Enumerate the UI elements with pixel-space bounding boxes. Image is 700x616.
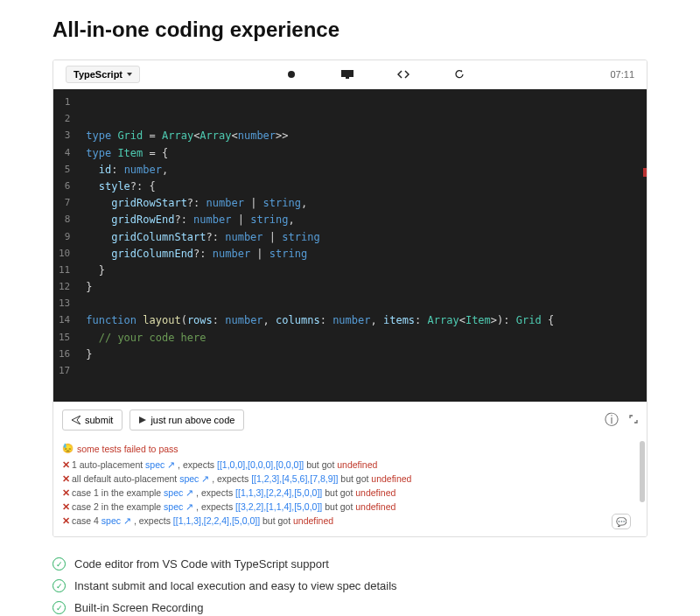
test-row: ✕case 1 in the example spec ↗ , expects … — [62, 486, 638, 500]
code-icon[interactable] — [397, 68, 410, 80]
spec-link[interactable]: spec — [145, 459, 167, 470]
page-title: All-in-one coding experience — [52, 18, 648, 42]
feature-text: Built-in Screen Recording — [74, 601, 203, 614]
actions-right: ⓘ — [605, 411, 638, 430]
spec-link[interactable]: spec — [179, 473, 201, 484]
sad-icon: 😓 — [62, 443, 74, 454]
line-gutter: 1234567891011121314151617 — [53, 89, 79, 402]
test-row: ✕case 2 in the example spec ↗ , expects … — [62, 500, 638, 514]
feature-list: ✓Code editor from VS Code with TypeScrip… — [52, 553, 648, 616]
external-link-icon[interactable]: ↗ — [186, 501, 193, 512]
got-label: but got — [322, 501, 355, 512]
info-icon[interactable]: ⓘ — [605, 411, 619, 430]
fail-x-icon: ✕ — [62, 515, 70, 526]
got-label: but got — [338, 473, 371, 484]
test-row: ✕1 auto-placement spec ↗ , expects [[1,0… — [62, 458, 638, 472]
got-label: but got — [304, 459, 337, 470]
expects-label: , expects — [209, 473, 251, 484]
got-value: undefined — [371, 473, 411, 484]
test-desc: 1 auto-placement — [72, 459, 143, 470]
got-label: but got — [322, 487, 355, 498]
test-desc: all default auto-placement — [72, 473, 177, 484]
run-button[interactable]: just run above code — [130, 410, 244, 430]
expected-value: [[1,1,3],[2,2,4],[5,0,0]] — [235, 487, 322, 498]
feature-text: Instant submit and local execution and e… — [74, 579, 397, 592]
test-row: ✕case 4 spec ↗ , expects [[1,1,3],[2,2,4… — [62, 514, 638, 528]
error-marker — [643, 168, 647, 177]
test-desc: case 4 — [72, 515, 99, 526]
feature-row: ✓Code editor from VS Code with TypeScrip… — [52, 553, 648, 575]
test-results: 😓 some tests failed to pass ✕1 auto-plac… — [53, 438, 647, 536]
editor-toolbar: TypeScript 07:11 — [53, 60, 647, 89]
language-dropdown[interactable]: TypeScript — [66, 66, 140, 83]
language-label: TypeScript — [74, 69, 122, 80]
fail-x-icon: ✕ — [62, 473, 70, 484]
feature-text: Code editor from VS Code with TypeScript… — [74, 557, 329, 570]
send-icon — [72, 416, 80, 424]
expected-value: [[3,2,2],[1,1,4],[5,0,0]] — [235, 501, 322, 512]
expected-value: [[1,0,0],[0,0,0],[0,0,0]] — [217, 459, 304, 470]
check-circle-icon: ✓ — [52, 601, 66, 614]
got-value: undefined — [293, 515, 333, 526]
expects-label: , expects — [193, 487, 235, 498]
submit-button[interactable]: submit — [62, 410, 122, 430]
expected-value: [[1,1,3],[2,2,4],[5,0,0]] — [173, 515, 260, 526]
expects-label: , expects — [193, 501, 235, 512]
fail-x-icon: ✕ — [62, 487, 70, 498]
code-editor[interactable]: 1234567891011121314151617 type Grid = Ar… — [53, 89, 647, 402]
refresh-icon[interactable] — [453, 68, 466, 80]
expected-value: [[1,2,3],[4,5,6],[7,8,9]] — [251, 473, 338, 484]
toolbar-icons — [285, 68, 466, 80]
actions-bar: submit just run above code ⓘ — [53, 402, 647, 438]
svg-point-0 — [288, 71, 295, 78]
got-value: undefined — [355, 501, 396, 512]
external-link-icon[interactable]: ↗ — [123, 515, 131, 526]
results-header-text: some tests failed to pass — [77, 444, 178, 454]
check-circle-icon: ✓ — [52, 557, 66, 570]
test-desc: case 2 in the example — [72, 501, 161, 512]
got-label: but got — [260, 515, 293, 526]
fail-x-icon: ✕ — [62, 459, 70, 470]
test-desc: case 1 in the example — [72, 487, 161, 498]
test-row: ✕all default auto-placement spec ↗ , exp… — [62, 472, 638, 486]
expects-label: , expects — [175, 459, 217, 470]
timer: 07:11 — [610, 69, 634, 80]
check-circle-icon: ✓ — [52, 579, 66, 592]
got-value: undefined — [355, 487, 396, 498]
record-icon[interactable] — [285, 68, 298, 80]
editor-frame: TypeScript 07:11 123456789 — [52, 60, 648, 537]
expand-icon[interactable] — [629, 411, 638, 430]
expects-label: , expects — [131, 515, 173, 526]
external-link-icon[interactable]: ↗ — [201, 473, 209, 484]
run-label: just run above code — [150, 415, 234, 425]
spec-link[interactable]: spec — [102, 515, 123, 526]
spec-link[interactable]: spec — [164, 501, 186, 512]
spec-link[interactable]: spec — [164, 487, 186, 498]
got-value: undefined — [337, 459, 377, 470]
svg-rect-1 — [341, 70, 354, 77]
play-icon — [139, 416, 146, 424]
results-header: 😓 some tests failed to pass — [62, 443, 638, 454]
feature-row: ✓Instant submit and local execution and … — [52, 575, 648, 597]
feature-row: ✓Built-in Screen Recording — [52, 597, 648, 616]
screen-icon[interactable] — [341, 68, 354, 80]
submit-label: submit — [85, 415, 113, 425]
code-content[interactable]: type Grid = Array<Array<number>> type It… — [79, 89, 647, 402]
external-link-icon[interactable]: ↗ — [186, 487, 193, 498]
results-scrollbar[interactable] — [640, 441, 645, 502]
external-link-icon[interactable]: ↗ — [167, 459, 175, 470]
fail-x-icon: ✕ — [62, 501, 70, 512]
svg-rect-2 — [346, 77, 349, 79]
chat-icon[interactable]: 💬 — [612, 514, 631, 529]
